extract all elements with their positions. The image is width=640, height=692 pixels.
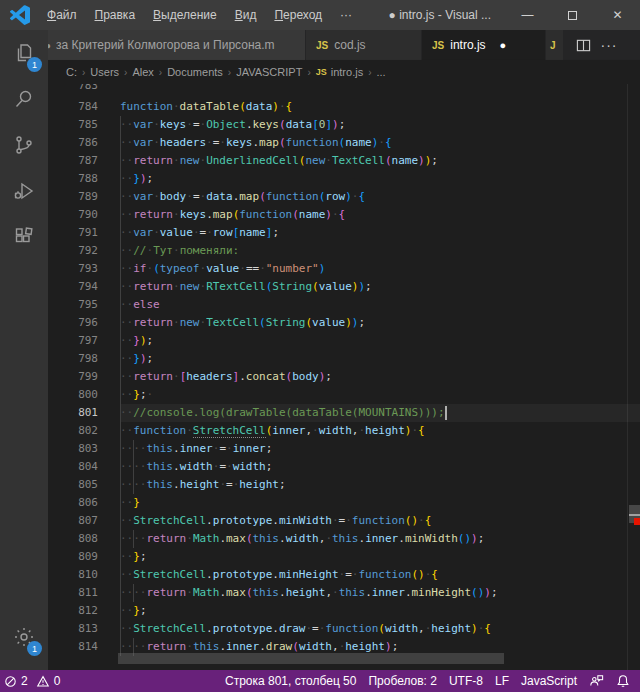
code-line-787[interactable]: 787··return·new·UnderlinedCell(new·TextC… [48,152,640,170]
code-line-788[interactable]: 788··}); [48,170,640,188]
menu-item-3[interactable]: Вид [226,0,266,30]
menu-item-0[interactable]: Файл [38,0,86,30]
line-number[interactable]: 812 [48,602,120,620]
code-line-810[interactable]: 810··StretchCell.prototype.minHeight·=·f… [48,566,640,584]
code-line-809[interactable]: 809··}; [48,548,640,566]
code-line-789[interactable]: 789··var·body·=·data.map(function(row)·{ [48,188,640,206]
tab-cod-js[interactable]: JS cod.js [306,30,422,60]
vertical-scrollbar[interactable] [627,84,640,670]
menu-item-more[interactable]: ··· [331,0,361,30]
split-editor-button[interactable] [570,30,596,60]
line-number[interactable]: 810 [48,566,120,584]
maximize-button[interactable] [550,0,595,30]
code-line-786[interactable]: 786··var·headers·=·keys.map(function(nam… [48,134,640,152]
line-number[interactable]: 808 [48,530,120,548]
tab-partial[interactable]: J [546,30,564,60]
code-line-783[interactable]: 783 [48,84,640,98]
breadcrumb-segment[interactable]: Users [90,66,119,78]
indentation[interactable]: Пробелов: 2 [362,670,443,692]
close-button[interactable]: ✕ [595,0,640,30]
code-line-812[interactable]: 812··}; [48,602,640,620]
code-line-785[interactable]: 785··var·keys·=·Object.keys(data[0]); [48,116,640,134]
code-line-800[interactable]: 800··};· [48,386,640,404]
line-number[interactable]: 796 [48,314,120,332]
code-line-798[interactable]: 798··}); [48,350,640,368]
breadcrumb-segment[interactable]: JAVASCRIPT [236,66,302,78]
menu-item-4[interactable]: Переход [265,0,331,30]
extensions-icon[interactable] [0,214,48,260]
breadcrumb-segment[interactable]: C: [66,66,77,78]
breadcrumb-segment[interactable]: Alex [132,66,153,78]
line-number[interactable]: 786 [48,134,120,152]
search-icon[interactable] [0,76,48,122]
minimize-button[interactable]: — [505,0,550,30]
source-control-icon[interactable] [0,122,48,168]
code-line-795[interactable]: 795··else [48,296,640,314]
code-line-811[interactable]: 811····return·Math.max(this.height,·this… [48,584,640,602]
line-number[interactable]: 787 [48,152,120,170]
settings-gear-icon[interactable]: 1 [0,614,48,660]
line-number[interactable]: 792 [48,242,120,260]
line-number[interactable]: 809 [48,548,120,566]
code-line-784[interactable]: 784function·dataTable(data)·{ [48,98,640,116]
line-number[interactable]: 799 [48,368,120,386]
line-number[interactable]: 798 [48,350,120,368]
language-mode[interactable]: JavaScript [515,670,583,692]
tab-intro-js-active[interactable]: JS intro.js ● [422,30,546,60]
line-number[interactable]: 788 [48,170,120,188]
encoding[interactable]: UTF-8 [443,670,489,692]
code-line-813[interactable]: 813··StretchCell.prototype.draw·=·functi… [48,620,640,638]
breadcrumb-file[interactable]: intro.js [331,66,363,78]
code-line-804[interactable]: 804····this.width·=·width; [48,458,640,476]
code-editor[interactable]: 783784function·dataTable(data)·{785··var… [48,84,640,670]
line-number[interactable]: 805 [48,476,120,494]
line-number[interactable]: 794 [48,278,120,296]
code-line-808[interactable]: 808····return·Math.max(this.width,·this.… [48,530,640,548]
line-number[interactable]: 806 [48,494,120,512]
line-number[interactable]: 790 [48,206,120,224]
feedback-button[interactable] [583,670,610,692]
line-number[interactable]: 793 [48,260,120,278]
line-number[interactable]: 804 [48,458,120,476]
cursor-position[interactable]: Строка 801, столбец 50 [219,670,362,692]
code-line-793[interactable]: 793··if·(typeof·value·==·"number") [48,260,640,278]
line-number[interactable]: 800 [48,386,120,404]
code-line-799[interactable]: 799··return·[headers].concat(body); [48,368,640,386]
menu-item-2[interactable]: Выделение [144,0,226,30]
line-number[interactable]: 785 [48,116,120,134]
code-line-790[interactable]: 790··return·keys.map(function(name)·{ [48,206,640,224]
line-number[interactable]: 795 [48,296,120,314]
line-number[interactable]: 789 [48,188,120,206]
code-line-796[interactable]: 796··return·new·TextCell(String(value)); [48,314,640,332]
code-line-801[interactable]: 801··//console.log(drawTable(dataTable(M… [48,404,640,422]
line-number[interactable]: 791 [48,224,120,242]
notifications-button[interactable] [610,670,636,692]
line-number[interactable]: 797 [48,332,120,350]
line-number[interactable]: 803 [48,440,120,458]
code-line-806[interactable]: 806··} [48,494,640,512]
line-number[interactable]: 802 [48,422,120,440]
run-debug-icon[interactable] [0,168,48,214]
explorer-icon[interactable]: 1 [0,30,48,76]
horizontal-scrollbar[interactable] [118,653,504,664]
line-number[interactable]: 813 [48,620,120,638]
eol-sequence[interactable]: LF [489,670,515,692]
tab-kolmogorov-file[interactable]: ◗ за Критерий Колмогорова и Пирсона.m [48,30,306,60]
problems-indicator[interactable]: 2 0 [0,674,60,688]
line-number[interactable]: 807 [48,512,120,530]
line-number[interactable]: 811 [48,584,120,602]
code-line-797[interactable]: 797··}); [48,332,640,350]
unsaved-dot-icon[interactable]: ● [500,39,507,51]
code-line-802[interactable]: 802··function·StretchCell(inner,·width,·… [48,422,640,440]
menu-item-1[interactable]: Правка [86,0,145,30]
line-number[interactable]: 784 [48,98,120,116]
code-line-807[interactable]: 807··StretchCell.prototype.minWidth·=·fu… [48,512,640,530]
code-line-792[interactable]: 792··//·Тут·поменяли: [48,242,640,260]
more-actions-button[interactable]: ··· [596,30,622,60]
line-number[interactable]: 814 [48,638,120,656]
line-number[interactable]: 801 [48,404,120,422]
code-line-805[interactable]: 805····this.height·=·height; [48,476,640,494]
line-number[interactable]: 783 [48,84,120,98]
code-line-803[interactable]: 803····this.inner·=·inner; [48,440,640,458]
breadcrumb-segment[interactable]: Documents [167,66,223,78]
